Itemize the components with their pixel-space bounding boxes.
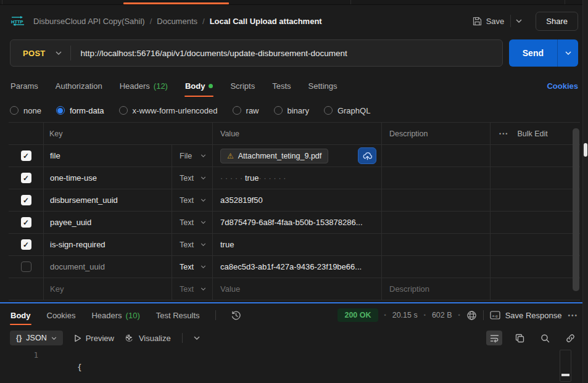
description-cell[interactable]: [382, 256, 491, 278]
table-scrollbar-thumb[interactable]: [573, 128, 579, 291]
wrap-text-button[interactable]: [486, 331, 502, 345]
response-time[interactable]: 20.15 s: [392, 311, 418, 319]
radio-raw[interactable]: raw: [233, 106, 259, 115]
search-button[interactable]: [537, 331, 553, 345]
tab-headers-label: Headers: [120, 81, 150, 91]
divider: [215, 310, 216, 320]
radio-graphql[interactable]: GraphQL: [324, 106, 370, 115]
link-icon: [566, 334, 575, 343]
description-input-placeholder[interactable]: Description: [382, 278, 491, 300]
tab-scripts[interactable]: Scripts: [230, 74, 255, 98]
response-tab-test-results[interactable]: Test Results: [155, 303, 201, 327]
description-cell[interactable]: [382, 234, 491, 255]
row-checkbox[interactable]: ✓: [21, 150, 31, 161]
code-scrollbar-track[interactable]: [560, 350, 571, 382]
type-dropdown[interactable]: Text: [172, 256, 213, 278]
value-cell[interactable]: ca8ec5d3-ab1f-427a-9436-23f19be66...: [213, 256, 382, 278]
chevron-down-icon: [201, 176, 206, 179]
type-dropdown[interactable]: File: [172, 145, 213, 167]
type-dropdown[interactable]: Text: [172, 189, 213, 211]
radio-binary[interactable]: binary: [274, 106, 309, 115]
preview-button[interactable]: Preview: [74, 334, 114, 343]
file-chip[interactable]: ⚠ Attachment_teting_9.pdf: [220, 149, 328, 163]
response-tab-headers[interactable]: Headers (10): [91, 303, 140, 327]
key-input-placeholder[interactable]: Key: [44, 278, 172, 300]
row-checkbox[interactable]: ✓: [21, 217, 31, 228]
response-size[interactable]: 602 B: [432, 311, 452, 319]
tab-authorization[interactable]: Authorization: [55, 74, 103, 98]
column-options-icon[interactable]: •••: [499, 131, 508, 137]
tab-settings[interactable]: Settings: [308, 74, 338, 98]
table-row: ✓ is-sign-required Text true: [9, 234, 580, 256]
radio-x-www-form-urlencoded[interactable]: x-www-form-urlencoded: [119, 106, 218, 115]
copy-icon: [515, 334, 524, 343]
link-button[interactable]: [562, 331, 578, 345]
response-format-dropdown[interactable]: {} JSON: [10, 331, 63, 345]
response-body-viewer[interactable]: 1 { 2 "Status": true, 3 "Message": "Disb…: [10, 349, 588, 383]
window-right-scrollbar[interactable]: [582, 0, 588, 383]
tab-params[interactable]: Params: [10, 74, 39, 98]
value-cell[interactable]: true: [213, 234, 382, 255]
bulk-edit-button[interactable]: Bulk Edit: [517, 130, 547, 138]
save-options-button[interactable]: [510, 15, 527, 27]
upload-file-button[interactable]: [358, 147, 376, 164]
type-dropdown[interactable]: Text: [172, 167, 213, 189]
send-options-button[interactable]: [557, 39, 578, 67]
description-cell[interactable]: [382, 212, 491, 233]
method-selector[interactable]: POST: [10, 49, 56, 58]
response-history-button[interactable]: [231, 310, 241, 321]
description-cell[interactable]: [382, 189, 491, 211]
response-meta: 200 OK • 20.15 s • 602 B • e.g Save Resp…: [337, 308, 578, 322]
tab-body[interactable]: Body: [184, 74, 214, 98]
cookies-link[interactable]: Cookies: [547, 81, 578, 91]
description-cell[interactable]: [382, 145, 491, 167]
save-button-label: Save: [486, 17, 505, 26]
save-response-label: Save Response: [505, 311, 562, 320]
visualize-chevron-down-icon[interactable]: [194, 336, 200, 340]
value-cell[interactable]: 7d875479-6a8f-4faa-b50b-153878286...: [213, 212, 382, 233]
url-input[interactable]: http://localhost:56716/api/v1/documents/…: [71, 49, 347, 58]
save-response-button[interactable]: e.g Save Response: [490, 311, 562, 320]
response-more-options-icon[interactable]: •••: [568, 312, 578, 319]
code-scrollbar-thumb[interactable]: [561, 374, 569, 376]
row-checkbox[interactable]: ✓: [21, 173, 31, 183]
key-cell[interactable]: document_uuid: [44, 256, 172, 278]
status-badge[interactable]: 200 OK: [337, 308, 378, 322]
send-button[interactable]: Send: [509, 39, 557, 67]
type-dropdown[interactable]: Text: [172, 234, 213, 255]
row-checkbox[interactable]: ✓: [21, 239, 31, 250]
tab-headers[interactable]: Headers (12): [119, 74, 168, 98]
key-cell[interactable]: payee_uuid: [44, 212, 172, 233]
value-input-placeholder[interactable]: Value: [213, 278, 382, 300]
network-info-button[interactable]: [466, 310, 477, 321]
response-tab-body[interactable]: Body: [10, 305, 31, 326]
tab-tests[interactable]: Tests: [271, 74, 291, 98]
key-cell[interactable]: file: [44, 145, 172, 167]
cloud-upload-icon: [362, 152, 373, 160]
response-tab-cookies[interactable]: Cookies: [46, 303, 77, 327]
breadcrumb-collection[interactable]: DisburseCloud API Copy(Sahil): [33, 17, 145, 26]
type-dropdown[interactable]: Text: [172, 278, 213, 300]
key-cell[interactable]: disbursement_uuid: [44, 189, 172, 211]
share-button[interactable]: Share: [536, 12, 578, 31]
radio-form-data[interactable]: form-data: [56, 106, 104, 115]
window-scrollbar-thumb[interactable]: [584, 143, 587, 157]
key-cell[interactable]: one-time-use: [44, 167, 172, 189]
visualize-button[interactable]: Visualize: [125, 334, 171, 343]
value-cell[interactable]: a352819f50: [213, 189, 382, 211]
sparkle-icon: [125, 334, 135, 343]
header-key: Key: [44, 123, 213, 144]
radio-none[interactable]: none: [10, 106, 41, 115]
format-label: JSON: [26, 334, 46, 342]
description-cell[interactable]: [382, 167, 491, 189]
row-checkbox[interactable]: ✓: [21, 195, 31, 205]
value-cell[interactable]: ····· true ······: [213, 167, 382, 189]
breadcrumb-request-name[interactable]: Local Call Upload attachment: [210, 17, 322, 26]
copy-button[interactable]: [511, 331, 528, 345]
key-cell[interactable]: is-sign-required: [44, 234, 172, 255]
breadcrumb-folder[interactable]: Documents: [157, 17, 197, 26]
save-button[interactable]: Save: [466, 13, 511, 30]
row-checkbox[interactable]: [21, 262, 31, 272]
type-dropdown[interactable]: Text: [172, 212, 213, 233]
method-chevron-down-icon[interactable]: [56, 51, 70, 55]
